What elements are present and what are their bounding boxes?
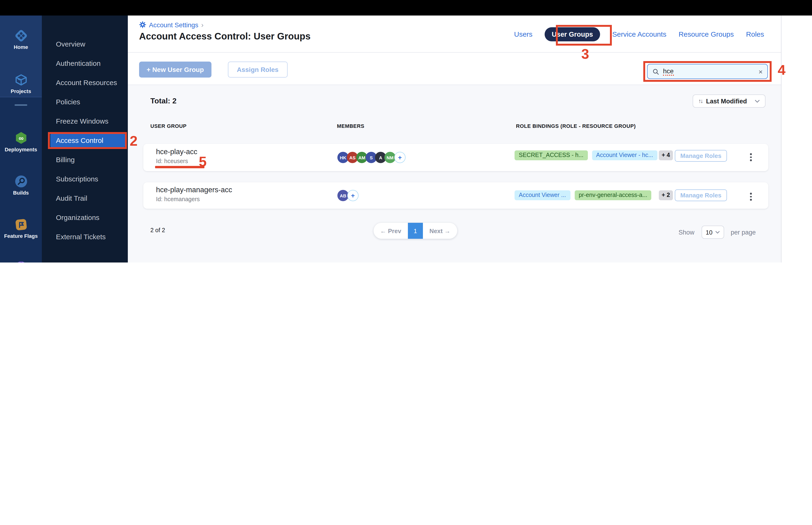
annotation-number-5: 5 [199, 155, 206, 169]
settings-item-subscriptions[interactable]: Subscriptions [50, 172, 125, 186]
group-id: Id: hceusers [156, 158, 188, 165]
settings-item-authentication[interactable]: Authentication [50, 56, 125, 71]
role-binding-chip[interactable]: Account Viewer ... [515, 190, 570, 200]
avatar[interactable]: AB [337, 190, 349, 201]
pagination-range: 2 of 2 [150, 227, 165, 234]
settings-item-organizations[interactable]: Organizations [50, 211, 125, 225]
sidebar-item-label: Deployments [0, 147, 42, 153]
overflow-count-chip[interactable]: + 2 [659, 190, 673, 200]
group-name[interactable]: hce-play-acc [156, 148, 197, 156]
settings-item-external-tickets[interactable]: External Tickets [50, 230, 125, 244]
column-header-role-bindings: ROLE BINDINGS (ROLE - RESOURCE GROUP) [516, 123, 636, 129]
sidebar-item-service-reliability[interactable]: Service Reliability [0, 260, 42, 262]
page-size-select[interactable]: 10 [702, 226, 724, 239]
settings-item-billing[interactable]: Billing [50, 153, 125, 167]
tab-resource-groups[interactable]: Resource Groups [678, 30, 734, 38]
add-member-button[interactable]: + [394, 152, 405, 163]
total-count: Total: 2 [150, 97, 177, 105]
breadcrumb[interactable]: Account Settings › [139, 21, 203, 29]
sidebar-item-builds[interactable]: Builds [0, 174, 42, 196]
sort-label: Last Modified [706, 97, 747, 105]
feature-flags-icon [13, 217, 28, 232]
sort-arrows-icon: ↑↓ [698, 98, 702, 104]
row-menu-icon[interactable] [748, 191, 753, 202]
sidebar-item-deployments[interactable]: ∞ Deployments [0, 131, 42, 153]
tab-service-accounts[interactable]: Service Accounts [612, 30, 666, 38]
breadcrumb-link[interactable]: Account Settings [149, 21, 198, 28]
role-binding-chips: Account Viewer ... pr-env-general-access… [515, 190, 652, 200]
sidebar-item-label: Projects [0, 88, 42, 94]
user-group-row[interactable]: hce-play-managers-acc Id: hcemanagers AB… [143, 182, 768, 209]
cube-icon [13, 72, 28, 87]
group-id: Id: hcemanagers [156, 196, 200, 202]
annotation-underline-5 [155, 166, 204, 168]
annotation-number-4: 4 [778, 63, 785, 77]
assign-roles-button[interactable]: Assign Roles [228, 62, 287, 77]
role-binding-chip[interactable]: pr-env-general-access-a... [574, 190, 652, 200]
annotation-box-2 [48, 132, 127, 149]
top-black-bar [0, 0, 812, 15]
annotation-box-4 [643, 61, 771, 82]
settings-item-overview[interactable]: Overview [50, 37, 125, 51]
main-content: Account Settings › Account Access Contro… [128, 15, 781, 262]
sidebar-item-label: Feature Flags [0, 233, 42, 239]
page-header: Account Settings › Account Access Contro… [128, 15, 781, 52]
annotation-number-3: 3 [581, 47, 589, 61]
home-grid-icon [13, 28, 28, 43]
sidebar-item-home[interactable]: Home [0, 28, 42, 50]
sidebar-item-label: Home [0, 44, 42, 50]
role-binding-chip[interactable]: Account Viewer - hc... [592, 150, 657, 160]
primary-sidebar: Home Projects ∞ Deployments Builds Featu… [0, 15, 42, 262]
group-name[interactable]: hce-play-managers-acc [156, 186, 232, 194]
role-binding-chip[interactable]: SECRET_ACCESS - h... [515, 150, 588, 160]
sidebar-item-label: Builds [0, 190, 42, 196]
annotation-number-2: 2 [130, 134, 137, 148]
chevron-down-icon [755, 100, 760, 103]
page-title: Account Access Control: User Groups [139, 31, 311, 42]
tab-roles[interactable]: Roles [746, 30, 764, 38]
tab-users[interactable]: Users [514, 30, 532, 38]
avatar[interactable]: NM [384, 152, 396, 163]
settings-item-account-resources[interactable]: Account Resources [50, 76, 125, 90]
current-page-button[interactable]: 1 [408, 223, 423, 239]
annotation-box-3 [556, 25, 612, 46]
pagination: ← Prev 1 Next → [373, 223, 457, 239]
sidebar-divider-handle [15, 104, 27, 106]
page-size-value: 10 [706, 229, 713, 236]
app-window: Home Projects ∞ Deployments Builds Featu… [0, 0, 812, 262]
settings-item-audit-trail[interactable]: Audit Trail [50, 191, 125, 205]
sidebar-item-projects[interactable]: Projects [0, 72, 42, 94]
prev-page-button[interactable]: ← Prev [373, 227, 408, 234]
row-menu-icon[interactable] [748, 151, 753, 163]
show-label: Show [678, 229, 694, 236]
column-header-members: MEMBERS [337, 123, 364, 129]
column-header-user-group: USER GROUP [150, 123, 186, 129]
user-group-row[interactable]: hce-play-acc Id: hceusers HK AS AM S A N… [143, 144, 768, 171]
builds-icon [13, 174, 28, 189]
member-avatars: AB + [337, 190, 358, 201]
per-page-label: per page [731, 229, 756, 236]
manage-roles-button[interactable]: Manage Roles [675, 190, 727, 201]
access-control-tabs: Users User Groups Service Accounts Resou… [514, 15, 764, 52]
gear-icon [139, 21, 146, 28]
service-reliability-icon [13, 260, 28, 262]
next-page-button[interactable]: Next → [423, 227, 457, 234]
sort-dropdown[interactable]: ↑↓ Last Modified [693, 94, 765, 108]
sidebar-item-feature-flags[interactable]: Feature Flags [0, 217, 42, 239]
chevron-down-icon [715, 231, 720, 234]
role-binding-chips: SECRET_ACCESS - h... Account Viewer - hc… [515, 150, 657, 160]
new-user-group-button[interactable]: + New User Group [139, 62, 212, 77]
overflow-count-chip[interactable]: + 4 [659, 150, 673, 160]
member-avatars: HK AS AM S A NM + [337, 152, 405, 163]
breadcrumb-separator: › [201, 21, 203, 29]
add-member-button[interactable]: + [347, 190, 358, 201]
manage-roles-button[interactable]: Manage Roles [675, 150, 727, 162]
deployments-icon: ∞ [13, 131, 28, 146]
settings-item-freeze-windows[interactable]: Freeze Windows [50, 114, 125, 128]
right-gutter: AIDA [781, 15, 812, 262]
settings-item-policies[interactable]: Policies [50, 95, 125, 109]
svg-text:∞: ∞ [18, 134, 24, 142]
